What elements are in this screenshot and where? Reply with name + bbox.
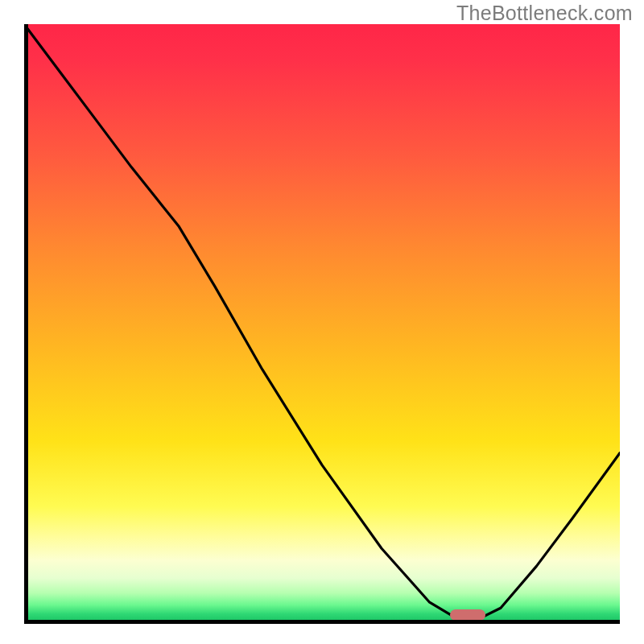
chart-container: TheBottleneck.com xyxy=(0,0,644,644)
curve-svg xyxy=(24,24,620,620)
plot-area xyxy=(24,24,620,620)
y-axis xyxy=(24,24,28,620)
watermark-label: TheBottleneck.com xyxy=(456,2,633,25)
x-axis xyxy=(24,620,620,624)
bottleneck-curve-path xyxy=(24,24,620,620)
